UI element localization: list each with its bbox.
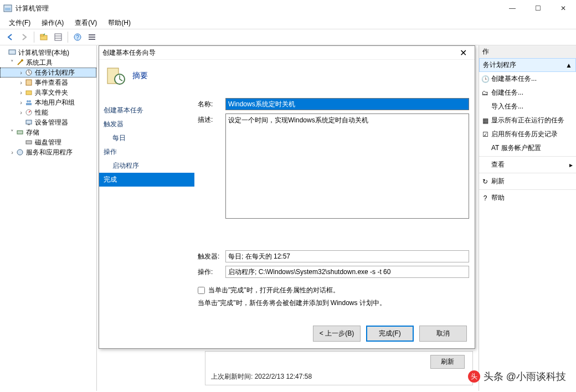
nav-finish[interactable]: 完成 [99,173,194,187]
menu-action[interactable]: 操作(A) [37,17,68,29]
checkbox-label: 当单击"完成"时，打开此任务属性的对话框。 [208,286,340,295]
svg-point-17 [27,100,29,102]
action-import[interactable]: 导入任务... [479,100,576,114]
action-enable-history[interactable]: ☑启用所有任务历史记录 [479,127,576,141]
finish-button[interactable]: 完成(F) [366,326,414,342]
menu-view[interactable]: 查看(V) [70,17,101,29]
tree-performance[interactable]: ›性能 [0,107,96,117]
menu-file[interactable]: 文件(F) [4,17,35,29]
refresh-icon: ↻ [481,178,489,185]
tree-system-tools[interactable]: ˅系统工具 [0,58,96,68]
cancel-button[interactable]: 取消 [419,326,467,342]
svg-rect-3 [40,34,44,36]
help-button[interactable]: ? [71,30,84,44]
svg-rect-21 [26,120,32,124]
share-icon [24,88,33,97]
svg-rect-9 [89,34,95,35]
nav-tree[interactable]: 计算机管理(本地) ˅系统工具 ›任务计划程序 ›事件查看器 ›共享文件夹 ›本… [0,45,97,391]
dialog-header: 摘要 [99,59,475,91]
info-text: 当单击"完成"时，新任务将会被创建并添加到 Windows 计划中。 [198,298,469,308]
action-at-account[interactable]: AT 服务帐户配置 [479,141,576,155]
action-show-running[interactable]: ▦显示所有正在运行的任务 [479,114,576,127]
action-view[interactable]: 查看▸ [479,158,576,172]
computer-icon [8,48,17,57]
event-icon [24,78,33,87]
actions-section: 务计划程序▲ [479,58,576,72]
dialog-buttons: < 上一步(B) 完成(F) 取消 [99,320,475,348]
action-create-task[interactable]: 🗂创建任务... [479,86,576,100]
toolbar: ? [0,29,576,45]
tree-disk-mgmt[interactable]: 磁盘管理 [0,137,96,147]
disk-icon [24,138,33,147]
collapse-icon[interactable]: ▲ [565,61,572,69]
tree-root[interactable]: 计算机管理(本地) [0,48,96,58]
dialog-body: 创建基本任务 触发器 每日 操作 启动程序 完成 名称: 描述: 设定一个时间，… [99,91,475,320]
action-label: 操作: [198,266,225,277]
action-refresh[interactable]: ↻刷新 [479,174,576,188]
svg-text:?: ? [76,34,79,40]
window-buttons: — ☐ ✕ [500,0,576,17]
tree-shared-folders[interactable]: ›共享文件夹 [0,87,96,97]
tree-local-users[interactable]: ›本地用户和组 [0,97,96,107]
open-props-checkbox[interactable] [198,287,205,294]
dialog-close-button[interactable]: ✕ [455,48,471,58]
watermark: 头 头条 @小雨谈科技 [468,370,566,383]
nav-create[interactable]: 创建基本任务 [99,104,194,117]
history-icon: ☑ [481,131,489,138]
window-title: 计算机管理 [16,4,49,13]
list-button[interactable] [85,30,99,44]
wizard-nav: 创建基本任务 触发器 每日 操作 启动程序 完成 [99,91,194,320]
tree-task-scheduler[interactable]: ›任务计划程序 [0,68,96,78]
svg-rect-11 [89,39,95,40]
close-button[interactable]: ✕ [551,0,576,17]
wizard-form: 名称: 描述: 设定一个时间，实现Windows系统定时自动关机 触发器: 操作… [194,91,475,320]
svg-rect-12 [9,50,16,54]
up-button[interactable] [37,30,50,44]
storage-icon [16,128,24,137]
desc-textarea[interactable]: 设定一个时间，实现Windows系统定时自动关机 [225,114,469,219]
refresh-button[interactable]: 刷新 [430,355,465,369]
last-refresh-label: 上次刷新时间: 2022/2/13 12:47:58 [211,372,312,381]
maximize-button[interactable]: ☐ [525,0,551,17]
dialog-heading: 摘要 [132,71,148,81]
app-icon [3,4,12,13]
tree-storage[interactable]: ˅存储 [0,127,96,137]
nav-back-button[interactable] [3,30,17,44]
svg-rect-10 [89,37,95,38]
menubar: 文件(F) 操作(A) 查看(V) 帮助(H) [0,17,576,29]
trigger-field [225,250,469,262]
svg-rect-15 [26,80,32,85]
task-icon: 🗂 [481,89,489,97]
nav-trigger-daily[interactable]: 每日 [99,131,194,145]
svg-rect-24 [26,141,32,144]
action-create-basic[interactable]: 🕒创建基本任务... [479,72,576,86]
dialog-title: 创建基本任务向导 [102,48,156,58]
tree-event-viewer[interactable]: ›事件查看器 [0,78,96,87]
svg-point-18 [29,100,31,102]
tree-device-manager[interactable]: 设备管理器 [0,117,96,127]
minimize-button[interactable]: — [500,0,525,17]
trigger-label: 触发器: [198,250,225,261]
wizard-dialog: 创建基本任务向导 ✕ 摘要 创建基本任务 触发器 每日 操作 启动程序 完成 名… [99,45,475,349]
status-area: 上次刷新时间: 2022/2/13 12:47:58 刷新 [205,351,473,385]
nav-action[interactable]: 操作 [99,145,194,159]
dialog-titlebar: 创建基本任务向导 ✕ [99,46,475,59]
nav-action-start[interactable]: 启动程序 [99,159,194,173]
action-help[interactable]: ?帮助 [479,191,576,205]
nav-trigger[interactable]: 触发器 [99,117,194,131]
name-input[interactable] [225,98,469,110]
services-icon [16,148,24,157]
titlebar: 计算机管理 — ☐ ✕ [0,0,576,17]
actions-pane: 作 务计划程序▲ 🕒创建基本任务... 🗂创建任务... 导入任务... ▦显示… [479,45,576,391]
users-icon [24,98,33,107]
nav-forward-button[interactable] [18,30,31,44]
clock-icon: 🕒 [481,75,489,83]
running-icon: ▦ [481,117,489,125]
tree-services[interactable]: ›服务和应用程序 [0,147,96,157]
perf-icon [24,108,33,117]
help-icon: ? [481,194,489,202]
svg-point-13 [21,59,23,61]
props-button[interactable] [52,30,65,44]
back-button[interactable]: < 上一步(B) [313,326,361,342]
menu-help[interactable]: 帮助(H) [104,17,135,29]
